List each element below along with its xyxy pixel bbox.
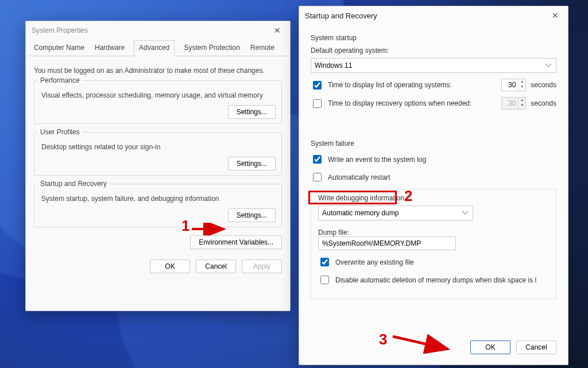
disable-delete-checkbox[interactable]: [320, 276, 329, 284]
close-icon[interactable]: ✕: [270, 26, 284, 35]
dialog-title: Startup and Recovery: [305, 11, 377, 20]
startup-recovery-desc: System startup, system failure, and debu…: [41, 195, 276, 203]
time-list-label: Time to display list of operating system…: [328, 81, 497, 89]
admin-note: You must be logged on as an Administrato…: [34, 67, 282, 75]
tab-bar: Computer Name Hardware Advanced System P…: [28, 40, 288, 56]
close-icon[interactable]: ✕: [548, 11, 562, 20]
time-recovery-value: [502, 98, 518, 109]
tab-system-protection[interactable]: System Protection: [183, 40, 241, 56]
time-recovery-label: Time to display recovery options when ne…: [328, 99, 497, 107]
system-failure-heading: System failure: [311, 140, 556, 148]
chevron-down-icon: ▼: [519, 103, 525, 108]
chevron-up-icon: ▲: [519, 98, 525, 103]
write-event-label: Write an event to the system log: [328, 156, 426, 164]
debug-info-select[interactable]: Automatic memory dump: [318, 206, 473, 220]
chevron-up-icon[interactable]: ▲: [519, 79, 525, 84]
overwrite-checkbox[interactable]: [320, 258, 329, 266]
dump-file-input[interactable]: [318, 237, 456, 250]
system-startup-heading: System startup: [311, 34, 556, 42]
annotation-box-2: [308, 191, 397, 204]
dump-file-label: Dump file:: [318, 228, 549, 237]
default-os-label: Default operating system:: [311, 47, 556, 55]
startup-recovery-dialog: Startup and Recovery ✕ System startup De…: [299, 6, 568, 365]
annotation-arrow-3: [390, 327, 459, 356]
annotation-number-2: 2: [404, 187, 412, 205]
system-properties-dialog: System Properties ✕ Computer Name Hardwa…: [25, 21, 291, 311]
chevron-down-icon[interactable]: ▼: [519, 84, 525, 90]
time-list-spinner[interactable]: ▲▼: [501, 79, 526, 91]
ok-button[interactable]: OK: [470, 340, 510, 354]
write-event-checkbox[interactable]: [313, 155, 322, 164]
auto-restart-label: Automatically restart: [328, 173, 390, 181]
startup-recovery-title: Startup and Recovery: [38, 180, 109, 188]
performance-settings-button[interactable]: Settings...: [228, 105, 276, 119]
titlebar: Startup and Recovery ✕: [299, 6, 568, 25]
disable-delete-label: Disable automatic deletion of memory dum…: [335, 276, 536, 284]
apply-button: Apply: [242, 259, 282, 273]
startup-recovery-settings-button[interactable]: Settings...: [228, 208, 276, 222]
time-recovery-checkbox[interactable]: [313, 99, 322, 108]
time-list-value[interactable]: [502, 79, 518, 91]
user-profiles-title: User Profiles: [38, 128, 82, 136]
environment-variables-button[interactable]: Environment Variables...: [190, 235, 282, 249]
cancel-button[interactable]: Cancel: [196, 259, 236, 273]
debug-info-group: Write debugging information Automatic me…: [311, 189, 556, 299]
tab-advanced[interactable]: Advanced: [134, 40, 175, 56]
ok-button[interactable]: OK: [150, 259, 190, 273]
user-profiles-settings-button[interactable]: Settings...: [228, 157, 276, 171]
performance-desc: Visual effects, processor scheduling, me…: [41, 91, 276, 99]
tab-remote[interactable]: Remote: [249, 40, 276, 56]
tab-hardware[interactable]: Hardware: [94, 40, 126, 56]
dialog-title: System Properties: [32, 26, 88, 34]
user-profiles-group: User Profiles Desktop settings related t…: [34, 132, 282, 176]
svg-line-1: [393, 336, 448, 349]
tab-computer-name[interactable]: Computer Name: [33, 40, 86, 56]
auto-restart-checkbox[interactable]: [313, 173, 322, 181]
seconds-label: seconds: [531, 81, 556, 89]
titlebar: System Properties ✕: [26, 21, 290, 40]
annotation-number-1: 1: [181, 217, 189, 235]
user-profiles-desc: Desktop settings related to your sign-in: [41, 143, 276, 151]
annotation-arrow-1: [191, 223, 231, 235]
overwrite-label: Overwrite any existing file: [335, 258, 414, 266]
performance-title: Performance: [38, 76, 82, 84]
seconds-label: seconds: [531, 99, 556, 107]
cancel-button[interactable]: Cancel: [516, 340, 556, 354]
startup-recovery-group: Startup and Recovery System startup, sys…: [34, 184, 282, 227]
time-list-checkbox[interactable]: [313, 81, 322, 90]
time-recovery-spinner: ▲▼: [501, 97, 526, 110]
default-os-select[interactable]: Windows 11: [311, 58, 556, 73]
annotation-number-3: 3: [379, 331, 387, 348]
performance-group: Performance Visual effects, processor sc…: [34, 80, 282, 124]
